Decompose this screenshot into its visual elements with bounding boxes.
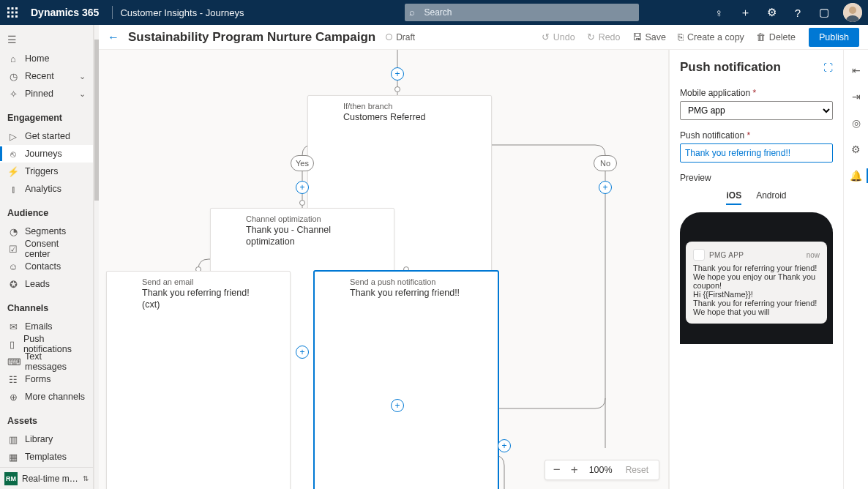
chat-icon[interactable]: ▢: [811, 0, 837, 25]
more-icon: ⊕: [7, 392, 19, 403]
home-icon: ⌂: [7, 53, 19, 64]
lead-icon: ✪: [7, 279, 19, 290]
svg-rect-0: [7, 7, 10, 10]
svg-rect-1: [12, 7, 14, 10]
no-pill: No: [594, 155, 617, 171]
nav-analytics[interactable]: ⫿Analytics: [0, 180, 93, 198]
section-channels: Channels: [0, 293, 93, 318]
status-badge: Draft: [386, 32, 415, 42]
chevron-down-icon: ⌄: [79, 72, 86, 81]
shield-icon: ☑: [7, 244, 19, 255]
add-icon[interactable]: ＋: [732, 0, 758, 25]
tab-ios[interactable]: iOS: [726, 190, 741, 205]
nav-get-started[interactable]: ▷Get started: [0, 127, 93, 145]
nav-library[interactable]: ▥Library: [0, 430, 93, 448]
app-launcher-button[interactable]: [0, 0, 25, 25]
right-rail: ⇤ ⇥ ◎ ⚙ 🔔: [843, 50, 868, 489]
phone-preview: PMG APP now Thank you for referring your…: [680, 212, 833, 344]
add-step-button[interactable]: +: [296, 346, 309, 359]
notif-app-name: PMG APP: [709, 251, 807, 259]
undo-button[interactable]: ↺Undo: [542, 31, 575, 42]
node-send-push[interactable]: 🔔 Send a push notificationThank you refe…: [314, 271, 498, 489]
trash-icon: 🗑: [756, 31, 766, 42]
add-step-button[interactable]: +: [296, 181, 309, 194]
notification-preview: PMG APP now Thank you for referring your…: [686, 242, 827, 324]
add-step-button[interactable]: +: [599, 181, 612, 194]
sidebar-scrollbar[interactable]: [94, 25, 99, 489]
settings-icon[interactable]: ⚙: [758, 0, 785, 25]
zoom-reset-button[interactable]: Reset: [618, 465, 656, 475]
alerts-icon[interactable]: 🔔: [846, 165, 867, 186]
svg-rect-5: [15, 12, 18, 14]
bolt-icon: ⚡: [7, 166, 19, 177]
chevron-down-icon: ⌄: [79, 89, 86, 99]
target-icon[interactable]: ◎: [846, 113, 867, 133]
lightbulb-icon[interactable]: ♀: [706, 0, 732, 25]
svg-rect-7: [12, 15, 14, 18]
publish-button[interactable]: Publish: [809, 28, 859, 47]
nav-pinned[interactable]: ✧Pinned⌄: [0, 85, 93, 102]
svg-point-10: [849, 7, 856, 14]
area-switcher[interactable]: RM Real-time marketi… ⇅: [0, 467, 93, 489]
library-icon: ▥: [7, 434, 19, 445]
redo-icon: ↻: [587, 31, 595, 42]
back-button[interactable]: ←: [108, 31, 119, 44]
nav-contacts[interactable]: ☺Contacts: [0, 258, 93, 275]
nav-home[interactable]: ⌂Home: [0, 50, 93, 67]
mobile-app-select[interactable]: PMG app: [680, 101, 833, 120]
expand-icon[interactable]: ⛶: [823, 62, 833, 73]
node-send-email[interactable]: ✉ Send an emailThank you referring frien…: [106, 271, 291, 489]
journey-canvas[interactable]: + ⎌ If/then branchCustomers Referred ⋮ Y…: [99, 50, 669, 489]
nav-recent[interactable]: ◷Recent⌄: [0, 67, 93, 85]
nav-consent[interactable]: ☑Consent center: [0, 240, 93, 258]
nav-push[interactable]: ▯Push notifications: [0, 335, 93, 353]
svg-rect-8: [15, 15, 18, 18]
preview-label: Preview: [680, 173, 833, 183]
save-button[interactable]: 🖫Save: [632, 31, 667, 42]
area-badge: RM: [4, 472, 18, 485]
add-step-button[interactable]: +: [498, 439, 511, 452]
nav-more-channels[interactable]: ⊕More channels: [0, 388, 93, 406]
redo-button[interactable]: ↻Redo: [587, 31, 621, 42]
sms-icon: ⌨: [7, 357, 19, 367]
divider: [112, 6, 113, 19]
nav-segments[interactable]: ◔Segments: [0, 223, 93, 240]
app-name-label: Customer Insights - Journeys: [120, 7, 244, 18]
nav-journeys[interactable]: ⎋Journeys: [0, 145, 93, 163]
nav-emails[interactable]: ✉Emails: [0, 318, 93, 335]
zoom-out-button[interactable]: −: [548, 463, 566, 477]
properties-pane: Push notification ⛶ Mobile application *…: [669, 50, 843, 489]
sidebar-toggle[interactable]: ☰: [0, 31, 93, 50]
exit-icon[interactable]: ⇥: [846, 86, 867, 107]
nav-leads[interactable]: ✪Leads: [0, 275, 93, 293]
zoom-in-button[interactable]: +: [566, 463, 583, 477]
pin-icon: ✧: [7, 89, 19, 100]
person-icon: ☺: [7, 261, 19, 272]
create-copy-button[interactable]: ⎘Create a copy: [678, 31, 744, 42]
nav-templates[interactable]: ▦Templates: [0, 448, 93, 466]
tab-android[interactable]: Android: [756, 190, 786, 205]
search-input[interactable]: [405, 4, 639, 21]
pane-title: Push notification: [680, 60, 823, 75]
connector-dot: [299, 200, 305, 206]
add-step-button[interactable]: +: [391, 399, 404, 412]
undo-icon: ↺: [542, 31, 550, 42]
page-title: Sustainability Program Nurture Campaign: [128, 30, 375, 45]
gear-icon[interactable]: ⚙: [846, 139, 867, 160]
expand-pane-icon[interactable]: ⇤: [846, 60, 867, 81]
phone-icon: ▯: [7, 339, 18, 350]
nav-triggers[interactable]: ⚡Triggers: [0, 163, 93, 180]
section-engagement: Engagement: [0, 102, 93, 127]
save-icon: 🖫: [632, 31, 642, 42]
section-assets: Assets: [0, 406, 93, 430]
push-notification-label: Push notification *: [680, 130, 833, 141]
push-notification-lookup[interactable]: Thank you referring friend!!: [680, 143, 833, 163]
nav-forms[interactable]: ☷Forms: [0, 370, 93, 388]
mobile-app-label: Mobile application *: [680, 88, 833, 98]
help-icon[interactable]: ?: [785, 0, 811, 25]
delete-button[interactable]: 🗑Delete: [756, 31, 796, 42]
add-step-button[interactable]: +: [391, 67, 404, 81]
user-avatar[interactable]: [843, 3, 862, 22]
copy-icon: ⎘: [678, 31, 684, 42]
nav-text[interactable]: ⌨Text messages: [0, 353, 93, 370]
